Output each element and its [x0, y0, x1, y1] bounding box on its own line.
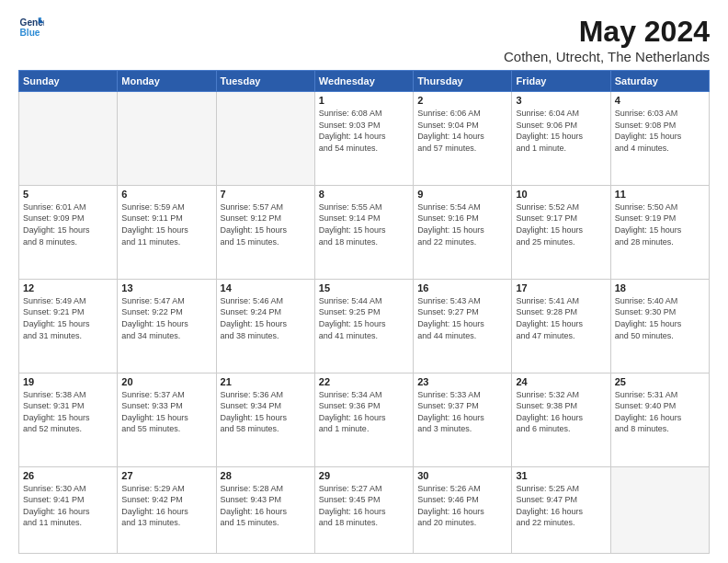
day-number: 6	[121, 189, 211, 200]
cell-info: Sunrise: 5:41 AM Sunset: 9:28 PM Dayligh…	[516, 295, 606, 341]
table-row: 27Sunrise: 5:29 AM Sunset: 9:42 PM Dayli…	[118, 466, 216, 553]
table-row: 15Sunrise: 5:44 AM Sunset: 9:25 PM Dayli…	[314, 279, 413, 373]
cell-info: Sunrise: 5:32 AM Sunset: 9:38 PM Dayligh…	[516, 389, 606, 435]
table-row: 19Sunrise: 5:38 AM Sunset: 9:31 PM Dayli…	[19, 373, 118, 466]
logo: General Blue	[18, 15, 44, 40]
table-row: 29Sunrise: 5:27 AM Sunset: 9:45 PM Dayli…	[314, 466, 413, 553]
day-number: 31	[516, 470, 606, 481]
day-number: 28	[221, 470, 311, 481]
table-row: 17Sunrise: 5:41 AM Sunset: 9:28 PM Dayli…	[512, 279, 610, 373]
table-row	[610, 466, 709, 553]
table-row: 11Sunrise: 5:50 AM Sunset: 9:19 PM Dayli…	[610, 185, 709, 279]
day-number: 18	[615, 282, 705, 293]
table-row: 2Sunrise: 6:06 AM Sunset: 9:04 PM Daylig…	[414, 92, 512, 186]
day-number: 4	[615, 95, 705, 106]
cell-info: Sunrise: 5:54 AM Sunset: 9:16 PM Dayligh…	[417, 201, 507, 247]
day-number: 3	[516, 95, 606, 106]
day-number: 13	[121, 282, 211, 293]
table-row: 3Sunrise: 6:04 AM Sunset: 9:06 PM Daylig…	[512, 92, 610, 186]
location: Cothen, Utrecht, The Netherlands	[504, 49, 710, 64]
cell-info: Sunrise: 5:26 AM Sunset: 9:46 PM Dayligh…	[417, 483, 507, 529]
cell-info: Sunrise: 5:37 AM Sunset: 9:33 PM Dayligh…	[121, 389, 211, 435]
table-row: 1Sunrise: 6:08 AM Sunset: 9:03 PM Daylig…	[314, 92, 413, 186]
table-row	[216, 92, 314, 186]
cell-info: Sunrise: 6:06 AM Sunset: 9:04 PM Dayligh…	[417, 108, 507, 154]
logo-icon: General Blue	[18, 15, 44, 40]
table-row: 6Sunrise: 5:59 AM Sunset: 9:11 PM Daylig…	[118, 185, 216, 279]
table-row: 16Sunrise: 5:43 AM Sunset: 9:27 PM Dayli…	[414, 279, 512, 373]
title-area: May 2024 Cothen, Utrecht, The Netherland…	[504, 15, 710, 64]
day-number: 24	[516, 376, 606, 387]
month-title: May 2024	[504, 15, 710, 49]
table-row: 25Sunrise: 5:31 AM Sunset: 9:40 PM Dayli…	[610, 373, 709, 466]
cell-info: Sunrise: 5:31 AM Sunset: 9:40 PM Dayligh…	[615, 389, 705, 435]
col-thursday: Thursday	[414, 71, 512, 92]
cell-info: Sunrise: 5:55 AM Sunset: 9:14 PM Dayligh…	[319, 201, 409, 247]
cell-info: Sunrise: 5:29 AM Sunset: 9:42 PM Dayligh…	[121, 483, 211, 529]
day-number: 17	[516, 282, 606, 293]
cell-info: Sunrise: 5:44 AM Sunset: 9:25 PM Dayligh…	[319, 295, 409, 341]
day-number: 19	[23, 376, 113, 387]
day-number: 22	[319, 376, 409, 387]
col-monday: Monday	[118, 71, 216, 92]
cell-info: Sunrise: 5:25 AM Sunset: 9:47 PM Dayligh…	[516, 483, 606, 529]
cell-info: Sunrise: 6:01 AM Sunset: 9:09 PM Dayligh…	[23, 201, 113, 247]
cell-info: Sunrise: 5:36 AM Sunset: 9:34 PM Dayligh…	[221, 389, 311, 435]
table-row: 26Sunrise: 5:30 AM Sunset: 9:41 PM Dayli…	[19, 466, 118, 553]
col-sunday: Sunday	[19, 71, 118, 92]
table-row: 8Sunrise: 5:55 AM Sunset: 9:14 PM Daylig…	[314, 185, 413, 279]
day-number: 9	[417, 189, 507, 200]
table-row: 14Sunrise: 5:46 AM Sunset: 9:24 PM Dayli…	[216, 279, 314, 373]
day-number: 7	[221, 189, 311, 200]
cell-info: Sunrise: 5:49 AM Sunset: 9:21 PM Dayligh…	[23, 295, 113, 341]
cell-info: Sunrise: 5:47 AM Sunset: 9:22 PM Dayligh…	[121, 295, 211, 341]
table-row: 20Sunrise: 5:37 AM Sunset: 9:33 PM Dayli…	[118, 373, 216, 466]
header: General Blue May 2024 Cothen, Utrecht, T…	[18, 15, 710, 64]
day-number: 15	[319, 282, 409, 293]
col-friday: Friday	[512, 71, 610, 92]
day-number: 11	[615, 189, 705, 200]
day-number: 10	[516, 189, 606, 200]
svg-text:Blue: Blue	[20, 28, 40, 38]
cell-info: Sunrise: 5:50 AM Sunset: 9:19 PM Dayligh…	[615, 201, 705, 247]
page: General Blue May 2024 Cothen, Utrecht, T…	[0, 0, 728, 563]
col-wednesday: Wednesday	[314, 71, 413, 92]
day-number: 23	[417, 376, 507, 387]
cell-info: Sunrise: 5:46 AM Sunset: 9:24 PM Dayligh…	[221, 295, 311, 341]
calendar-header-row: Sunday Monday Tuesday Wednesday Thursday…	[19, 71, 710, 92]
table-row: 28Sunrise: 5:28 AM Sunset: 9:43 PM Dayli…	[216, 466, 314, 553]
day-number: 16	[417, 282, 507, 293]
table-row: 5Sunrise: 6:01 AM Sunset: 9:09 PM Daylig…	[19, 185, 118, 279]
table-row: 4Sunrise: 6:03 AM Sunset: 9:08 PM Daylig…	[610, 92, 709, 186]
cell-info: Sunrise: 5:38 AM Sunset: 9:31 PM Dayligh…	[23, 389, 113, 435]
table-row: 22Sunrise: 5:34 AM Sunset: 9:36 PM Dayli…	[314, 373, 413, 466]
cell-info: Sunrise: 5:59 AM Sunset: 9:11 PM Dayligh…	[121, 201, 211, 247]
calendar: Sunday Monday Tuesday Wednesday Thursday…	[18, 70, 710, 554]
day-number: 25	[615, 376, 705, 387]
day-number: 21	[221, 376, 311, 387]
day-number: 20	[121, 376, 211, 387]
cell-info: Sunrise: 5:33 AM Sunset: 9:37 PM Dayligh…	[417, 389, 507, 435]
day-number: 27	[121, 470, 211, 481]
table-row: 21Sunrise: 5:36 AM Sunset: 9:34 PM Dayli…	[216, 373, 314, 466]
cell-info: Sunrise: 5:57 AM Sunset: 9:12 PM Dayligh…	[221, 201, 311, 247]
table-row	[118, 92, 216, 186]
cell-info: Sunrise: 5:30 AM Sunset: 9:41 PM Dayligh…	[23, 483, 113, 529]
day-number: 26	[23, 470, 113, 481]
table-row: 30Sunrise: 5:26 AM Sunset: 9:46 PM Dayli…	[414, 466, 512, 553]
day-number: 5	[23, 189, 113, 200]
cell-info: Sunrise: 6:03 AM Sunset: 9:08 PM Dayligh…	[615, 108, 705, 154]
table-row: 18Sunrise: 5:40 AM Sunset: 9:30 PM Dayli…	[610, 279, 709, 373]
day-number: 14	[221, 282, 311, 293]
col-saturday: Saturday	[610, 71, 709, 92]
table-row: 7Sunrise: 5:57 AM Sunset: 9:12 PM Daylig…	[216, 185, 314, 279]
table-row: 13Sunrise: 5:47 AM Sunset: 9:22 PM Dayli…	[118, 279, 216, 373]
cell-info: Sunrise: 6:04 AM Sunset: 9:06 PM Dayligh…	[516, 108, 606, 154]
cell-info: Sunrise: 5:27 AM Sunset: 9:45 PM Dayligh…	[319, 483, 409, 529]
cell-info: Sunrise: 5:34 AM Sunset: 9:36 PM Dayligh…	[319, 389, 409, 435]
table-row: 23Sunrise: 5:33 AM Sunset: 9:37 PM Dayli…	[414, 373, 512, 466]
col-tuesday: Tuesday	[216, 71, 314, 92]
table-row: 24Sunrise: 5:32 AM Sunset: 9:38 PM Dayli…	[512, 373, 610, 466]
cell-info: Sunrise: 5:52 AM Sunset: 9:17 PM Dayligh…	[516, 201, 606, 247]
table-row: 9Sunrise: 5:54 AM Sunset: 9:16 PM Daylig…	[414, 185, 512, 279]
